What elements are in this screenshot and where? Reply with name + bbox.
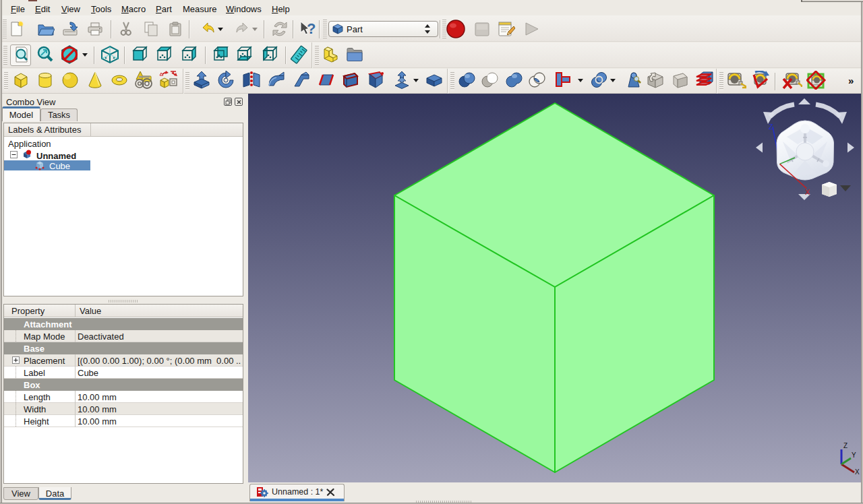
- svg-text:X: X: [805, 188, 810, 196]
- svg-text:X: X: [855, 468, 860, 476]
- svg-text:Y: Y: [852, 451, 856, 459]
- svg-text:Z: Z: [769, 123, 773, 131]
- svg-text:Z: Z: [843, 442, 847, 449]
